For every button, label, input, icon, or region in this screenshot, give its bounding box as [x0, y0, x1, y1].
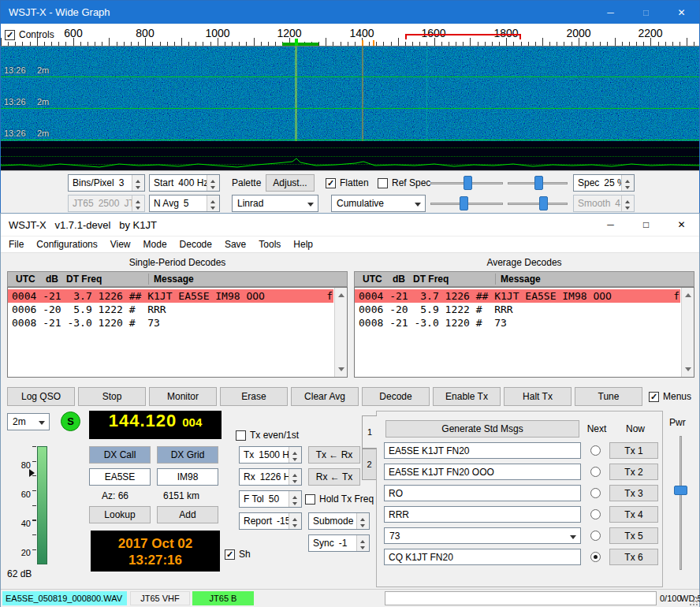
- decode-row[interactable]: 0004 -21 3.7 1226 ## K1JT EA5SE IM98 OOO…: [8, 289, 333, 303]
- tx5-next-radio[interactable]: [590, 531, 601, 541]
- maximize-icon[interactable]: □: [628, 1, 664, 24]
- spinner-down-icon[interactable]: [132, 183, 144, 191]
- slider-handle[interactable]: [539, 196, 548, 210]
- spinner-up-icon[interactable]: [357, 535, 369, 543]
- tx1-next-radio[interactable]: [590, 445, 601, 456]
- spinner-up-icon[interactable]: [289, 513, 301, 521]
- scroll-down-icon[interactable]: [685, 367, 691, 374]
- resize-grip[interactable]: [689, 597, 698, 606]
- tx4-now-button[interactable]: Tx 4: [609, 506, 658, 523]
- generate-std-msgs-button[interactable]: Generate Std Msgs: [385, 420, 579, 438]
- ref-spec-checkbox[interactable]: ✓ Ref Spec: [378, 177, 430, 188]
- tx-even-checkbox[interactable]: ✓ Tx even/1st: [236, 430, 299, 441]
- slider-handle[interactable]: [460, 196, 468, 210]
- stop-button[interactable]: Stop: [78, 387, 146, 406]
- tx2-now-button[interactable]: Tx 2: [609, 464, 658, 480]
- dx-call-field[interactable]: EA5SE: [89, 468, 151, 486]
- rx-from-tx-button[interactable]: Rx ← Tx: [308, 468, 360, 486]
- sync-spinner[interactable]: Sync -1: [308, 534, 370, 552]
- ftol-spinner[interactable]: F Tol 50: [239, 490, 302, 508]
- spinner-up-icon[interactable]: [289, 447, 301, 455]
- bins-pixel-spinner[interactable]: Bins/Pixel 3: [68, 174, 145, 192]
- dx-grid-button[interactable]: DX Grid: [157, 446, 218, 464]
- frequency-scale[interactable]: ✓ Controls 600 800 1000 1200 1400 1600 1…: [1, 24, 699, 47]
- spinner-down-icon[interactable]: [289, 521, 301, 529]
- wide-graph-titlebar[interactable]: WSJT-X - Wide Graph ─ □ ✕: [1, 1, 699, 24]
- tx1-message-field[interactable]: EA5SE K1JT FN20: [384, 442, 581, 459]
- spinner-down-icon[interactable]: [289, 455, 301, 463]
- close-icon[interactable]: ✕: [664, 214, 699, 236]
- tx4-message-field[interactable]: RRR: [384, 506, 581, 523]
- scroll-down-icon[interactable]: [338, 367, 344, 374]
- tx3-message-field[interactable]: RO: [384, 485, 581, 501]
- spinner-arrows[interactable]: [207, 196, 219, 211]
- spinner-up-icon[interactable]: [132, 175, 144, 183]
- minimize-icon[interactable]: ─: [593, 1, 628, 24]
- decode-row[interactable]: 0006 -20 5.9 1222 # RRR: [8, 303, 333, 316]
- spinner-arrows[interactable]: [289, 469, 301, 485]
- spinner-up-icon[interactable]: [207, 196, 219, 203]
- spinner-arrows[interactable]: [621, 175, 634, 191]
- spinner-down-icon[interactable]: [289, 499, 301, 507]
- spinner-down-icon[interactable]: [289, 477, 301, 485]
- hold-tx-freq-checkbox[interactable]: ✓ Hold Tx Freq: [305, 493, 374, 505]
- spinner-arrows[interactable]: [289, 447, 301, 463]
- spinner-arrows[interactable]: [289, 513, 301, 529]
- average-decodes-panel[interactable]: 0004 -21 3.7 1226 ## K1JT EA5SE IM98 OOO…: [354, 287, 694, 378]
- tab-2[interactable]: 2: [362, 449, 377, 480]
- decode-row[interactable]: 0008 -21 -3.0 1220 # 73: [355, 316, 680, 330]
- spinner-arrows[interactable]: [132, 175, 144, 191]
- pwr-slider[interactable]: [680, 436, 682, 570]
- dx-call-button[interactable]: DX Call: [89, 446, 151, 464]
- spectrum-display[interactable]: [1, 141, 699, 170]
- slider-handle[interactable]: [464, 176, 472, 190]
- waterfall-display[interactable]: 13:26 2m 13:26 2m 13:26 2m: [1, 47, 699, 141]
- tx-from-rx-button[interactable]: Tx ← Rx: [308, 446, 360, 464]
- spinner-down-icon[interactable]: [207, 183, 219, 191]
- single-period-decodes-panel[interactable]: 0004 -21 3.7 1226 ## K1JT EA5SE IM98 OOO…: [7, 287, 348, 378]
- decode-table-header[interactable]: UTC dB DT Freq Message: [7, 271, 348, 287]
- log-qso-button[interactable]: Log QSO: [7, 387, 75, 406]
- tx6-next-radio[interactable]: [590, 552, 601, 562]
- display-mode-combo[interactable]: Cumulative: [331, 195, 426, 212]
- main-titlebar[interactable]: WSJT-X v1.7.1-devel by K1JT ─ □ ✕: [1, 214, 699, 236]
- spinner-down-icon[interactable]: [357, 543, 369, 551]
- decode-button[interactable]: Decode: [362, 387, 430, 406]
- menu-view[interactable]: View: [104, 239, 137, 250]
- scrollbar[interactable]: [334, 288, 347, 377]
- spinner-arrows[interactable]: [356, 535, 369, 551]
- spectrum-zero-slider[interactable]: [508, 195, 568, 212]
- adjust-button[interactable]: Adjust...: [266, 174, 315, 192]
- menu-file[interactable]: File: [2, 239, 30, 250]
- spec-percent-spinner[interactable]: Spec 25 %: [573, 174, 635, 192]
- add-button[interactable]: Add: [157, 506, 218, 523]
- spinner-up-icon[interactable]: [357, 513, 369, 521]
- sh-checkbox[interactable]: ✓ Sh: [225, 549, 251, 560]
- tx-freq-spinner[interactable]: Tx 1500 Hz: [239, 446, 302, 464]
- spinner-arrows[interactable]: [207, 175, 219, 191]
- spinner-up-icon[interactable]: [289, 469, 301, 477]
- palette-combo[interactable]: Linrad: [232, 195, 318, 212]
- flatten-checkbox[interactable]: ✓ Flatten: [326, 177, 369, 188]
- menu-decode[interactable]: Decode: [173, 239, 218, 250]
- spinner-up-icon[interactable]: [622, 175, 634, 183]
- tx3-next-radio[interactable]: [590, 488, 601, 498]
- waterfall-zero-slider[interactable]: [508, 174, 568, 192]
- spinner-down-icon[interactable]: [357, 521, 369, 529]
- slider-handle[interactable]: [534, 176, 543, 190]
- pwr-slider-handle[interactable]: [674, 486, 687, 495]
- menu-configurations[interactable]: Configurations: [30, 239, 103, 250]
- spinner-down-icon[interactable]: [622, 183, 634, 191]
- scroll-up-icon[interactable]: [685, 290, 691, 297]
- report-spinner[interactable]: Report -15: [239, 512, 302, 530]
- tx4-next-radio[interactable]: [590, 509, 601, 519]
- tx2-next-radio[interactable]: [590, 467, 601, 477]
- spectrum-gain-slider[interactable]: [430, 195, 503, 212]
- menu-help[interactable]: Help: [287, 239, 319, 250]
- tune-button[interactable]: Tune: [575, 387, 642, 406]
- tx5-message-combo[interactable]: 73: [384, 527, 581, 544]
- erase-button[interactable]: Erase: [220, 387, 288, 406]
- tx6-now-button[interactable]: Tx 6: [609, 549, 658, 565]
- maximize-icon[interactable]: □: [628, 214, 664, 236]
- enable-tx-button[interactable]: Enable Tx: [433, 387, 501, 406]
